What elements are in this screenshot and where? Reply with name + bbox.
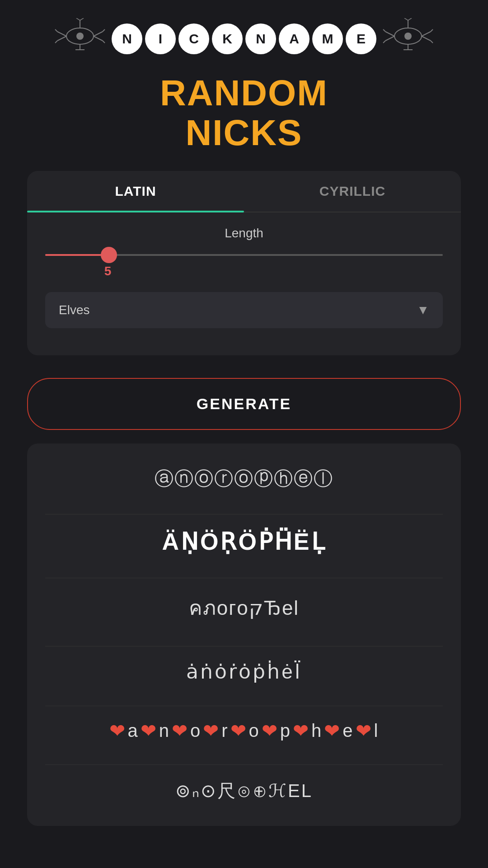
heart-icon-4: ❤ [203,720,220,742]
result-mixed: ⊚ₙ⊙尺⊙⊕ℋEL [45,778,443,803]
letter-k: K [212,24,243,54]
letter-e: E [346,24,376,54]
left-ornament [53,18,107,60]
length-slider[interactable]: 5 [45,254,443,278]
slider-track [45,254,443,256]
heart-icon-6: ❤ [262,720,278,742]
letter-n2: N [245,24,276,54]
slider-value: 5 [104,264,443,278]
svg-point-1 [76,33,84,40]
divider-2 [45,578,443,578]
hearts-char-e: e [343,721,353,741]
app-header: N I C K N A M E [0,0,488,69]
letter-n: N [112,24,142,54]
svg-line-9 [103,41,105,43]
letter-c: C [178,24,209,54]
slider-fill [45,254,109,256]
svg-line-17 [385,32,394,36]
length-label: Length [45,226,443,241]
svg-line-22 [422,36,431,41]
svg-line-6 [94,32,103,36]
letter-i: I [145,24,176,54]
hearts-char-o1: o [190,721,201,741]
result-diacritic: ÄṆÖṚÖṖḦËḶ [45,528,443,555]
svg-line-2 [57,32,66,36]
svg-line-12 [80,18,84,20]
svg-point-16 [404,33,412,40]
settings-section: Length 5 Elves ▼ [27,212,461,342]
heart-icon-7: ❤ [293,720,310,742]
heart-icon-5: ❤ [230,720,247,742]
title-line1: RANDOM [160,73,328,113]
result-fancy: ȧṅȯṙȯṗḣėl̈ [45,660,443,683]
divider-1 [45,514,443,514]
svg-line-21 [422,32,431,36]
divider-3 [45,646,443,646]
svg-line-4 [55,29,57,32]
hearts-char-a: a [128,721,139,741]
svg-line-20 [383,41,385,43]
mixed-text: ⊚ₙ⊙尺⊙⊕ℋEL [45,778,443,803]
tab-bar: LATIN CYRILLIC [27,171,461,212]
tab-latin[interactable]: LATIN [27,171,244,212]
hearts-char-n: n [159,721,170,741]
foreign-text: คภoгoקЂel [45,592,443,623]
hearts-char-p: p [280,721,291,741]
hearts-text: ❤a ❤n ❤o ❤r ❤o ❤p ❤h ❤e ❤l [45,720,443,742]
result-foreign: คภoгoקЂel [45,592,443,623]
chevron-down-icon: ▼ [417,303,429,317]
svg-line-19 [383,29,385,32]
results-card: ⓐⓝⓞⓡⓞⓟⓗⓔⓛ ÄṆÖṚÖṖḦËḶ คภoгoקЂel ȧṅȯṙȯṗḣėl̈… [27,443,461,826]
letter-a: A [279,24,310,54]
main-settings-card: LATIN CYRILLIC Length 5 Elves ▼ [27,171,461,355]
svg-line-23 [431,29,433,32]
hearts-char-l: l [374,721,379,741]
heart-icon-1: ❤ [109,720,126,742]
letter-m: M [312,24,343,54]
hearts-char-h: h [311,721,322,741]
svg-line-27 [408,18,412,20]
heart-icon-2: ❤ [141,720,157,742]
title-line2: NICKS [186,113,303,153]
diacritic-text: ÄṆÖṚÖṖḦËḶ [45,528,443,555]
heart-icon-3: ❤ [172,720,188,742]
heart-icon-9: ❤ [356,720,372,742]
divider-4 [45,706,443,706]
generate-section: GENERATE [0,369,488,443]
app-title: RANDOM NICKS [0,69,488,171]
heart-icon-8: ❤ [324,720,341,742]
svg-line-5 [55,41,57,43]
generate-button[interactable]: GENERATE [27,378,461,430]
svg-line-8 [103,29,105,32]
svg-line-18 [385,36,394,41]
style-dropdown[interactable]: Elves ▼ [45,292,443,328]
svg-line-7 [94,36,103,41]
svg-line-26 [404,18,408,20]
result-circled: ⓐⓝⓞⓡⓞⓟⓗⓔⓛ [45,466,443,491]
result-hearts: ❤a ❤n ❤o ❤r ❤o ❤p ❤h ❤e ❤l [45,720,443,742]
nickname-logo: N I C K N A M E [112,24,376,54]
svg-line-24 [431,41,433,43]
tab-cyrillic[interactable]: CYRILLIC [244,171,461,212]
right-ornament [381,18,435,60]
fancy-text: ȧṅȯṙȯṗḣėl̈ [45,660,443,683]
slider-thumb[interactable] [101,247,117,263]
divider-5 [45,764,443,765]
circled-text: ⓐⓝⓞⓡⓞⓟⓗⓔⓛ [45,466,443,491]
dropdown-value: Elves [59,303,89,317]
hearts-char-r: r [221,721,228,741]
hearts-char-o2: o [249,721,260,741]
svg-line-11 [76,18,80,20]
svg-line-3 [57,36,66,41]
